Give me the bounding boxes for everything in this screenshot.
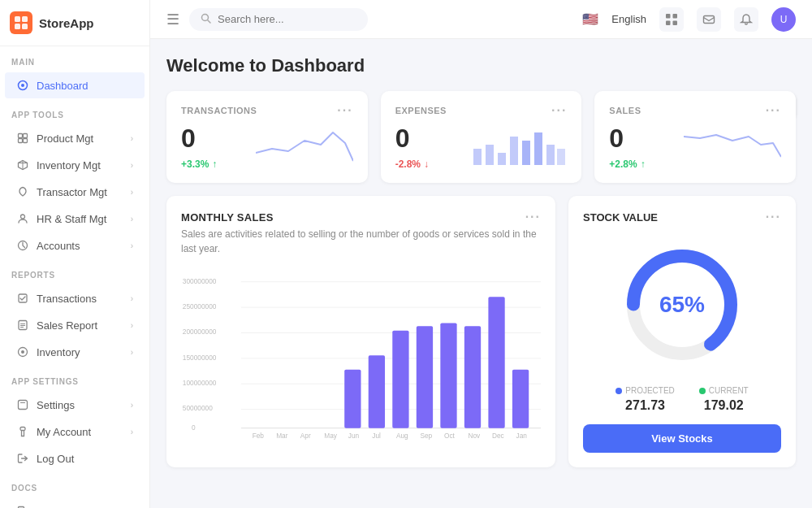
chevron-icon: › xyxy=(131,215,133,224)
projected-number: 271.73 xyxy=(625,398,665,413)
settings-nav-icon xyxy=(16,398,29,411)
topbar-right: 🇺🇸 English U xyxy=(582,7,796,32)
projected-dot xyxy=(615,388,622,394)
svg-point-5 xyxy=(21,84,24,87)
svg-rect-58 xyxy=(464,326,481,428)
product-mgt-icon xyxy=(16,132,29,145)
svg-rect-1 xyxy=(22,16,28,22)
sidebar-item-label-sales-report: Sales Report xyxy=(37,319,97,332)
sidebar-item-transactions[interactable]: Transactions › xyxy=(5,285,145,311)
svg-rect-25 xyxy=(704,15,715,23)
svg-point-10 xyxy=(21,215,25,219)
sidebar-item-product-mgt[interactable]: Product Mgt › xyxy=(5,125,145,151)
transactions-icon xyxy=(16,292,29,305)
stock-value-more[interactable]: ··· xyxy=(766,211,781,224)
chevron-icon: › xyxy=(131,134,133,143)
view-stocks-button[interactable]: View Stocks xyxy=(583,424,781,453)
svg-rect-31 xyxy=(522,141,530,165)
sidebar-item-label-transactions: Transactions xyxy=(37,293,97,305)
svg-rect-30 xyxy=(510,137,518,165)
svg-text:50000000: 50000000 xyxy=(183,404,213,412)
sales-report-icon xyxy=(16,319,29,332)
inventory-mgt-icon xyxy=(16,158,29,172)
sidebar-item-settings[interactable]: Settings › xyxy=(5,392,145,418)
monthly-sales-chart: 300000000 250000000 200000000 150000000 … xyxy=(181,267,541,446)
svg-text:Jan: Jan xyxy=(516,432,528,440)
stock-header: STOCK VALUE ··· xyxy=(583,211,781,224)
bottom-section: MONTHLY SALES ··· Sales are activities r… xyxy=(166,196,796,467)
my-account-icon xyxy=(16,425,29,438)
svg-text:Aug: Aug xyxy=(396,432,408,440)
svg-rect-7 xyxy=(24,134,28,138)
sidebar-item-transactor-mgt[interactable]: Transactor Mgt › xyxy=(5,179,145,205)
svg-text:150000000: 150000000 xyxy=(183,354,217,362)
svg-rect-3 xyxy=(22,24,28,29)
svg-rect-28 xyxy=(486,145,494,165)
expenses-card-more[interactable]: ··· xyxy=(551,104,567,117)
svg-point-20 xyxy=(202,14,209,20)
donut-percent: 65% xyxy=(659,292,705,318)
sidebar-item-sales-report[interactable]: Sales Report › xyxy=(5,312,145,338)
topbar: ☰ 🇺🇸 English U xyxy=(150,0,812,39)
transactions-card: TRANSACTIONS ··· 0 +3.3% ↑ xyxy=(166,91,368,183)
monthly-sales-more[interactable]: ··· xyxy=(525,211,541,224)
transactions-card-title: TRANSACTIONS xyxy=(181,106,257,115)
sidebar-item-label-hr-staff-mgt: HR & Staff Mgt xyxy=(37,213,106,225)
trend-down-arrow: ↓ xyxy=(424,158,429,170)
sidebar-item-inventory-mgt[interactable]: Inventory Mgt › xyxy=(5,152,145,178)
svg-point-15 xyxy=(21,350,24,354)
sidebar-item-my-account[interactable]: My Account › xyxy=(5,419,145,445)
search-input[interactable] xyxy=(218,13,339,25)
monthly-sales-card: MONTHLY SALES ··· Sales are activities r… xyxy=(166,196,555,467)
sidebar-item-label-settings: Settings xyxy=(37,399,75,411)
sidebar-item-log-out[interactable]: Log Out xyxy=(5,445,145,471)
transactions-card-more[interactable]: ··· xyxy=(337,104,352,117)
sales-card: SALES ··· 0 +2.8% ↑ xyxy=(594,91,796,183)
svg-text:May: May xyxy=(324,432,338,440)
notification-icon-btn[interactable] xyxy=(734,7,758,32)
avatar[interactable]: U xyxy=(771,7,796,32)
transactions-trend-value: +3.3% xyxy=(181,158,209,170)
dashboard-icon xyxy=(16,79,29,92)
main-area: ☰ 🇺🇸 English U Welcome to Dashboard xyxy=(150,0,812,508)
section-label-docs: DOCS xyxy=(0,472,149,497)
svg-rect-6 xyxy=(19,134,23,138)
svg-rect-34 xyxy=(557,149,565,165)
chevron-icon: › xyxy=(131,294,133,303)
sidebar-item-label-dashboard: Dashboard xyxy=(37,80,89,92)
sidebar-item-label-accounts: Accounts xyxy=(37,240,80,252)
section-label-reports: REPORTS xyxy=(0,259,149,284)
transactor-mgt-icon xyxy=(16,185,29,198)
svg-rect-21 xyxy=(666,14,671,19)
sidebar-item-dashboard[interactable]: Dashboard xyxy=(5,72,145,98)
sidebar-item-accounts[interactable]: Accounts › xyxy=(5,232,145,258)
sales-card-more[interactable]: ··· xyxy=(766,104,781,117)
svg-rect-55 xyxy=(392,331,408,428)
sidebar-item-label-my-account: My Account xyxy=(37,426,91,438)
sales-sparkline xyxy=(684,120,781,170)
sidebar-item-inventory[interactable]: Inventory › xyxy=(5,339,145,365)
current-label: CURRENT xyxy=(709,386,749,395)
projected-label: PROJECTED xyxy=(625,386,675,395)
section-label-app-tools: APP TOOLS xyxy=(0,99,149,124)
sidebar-item-documentation[interactable]: Documentation xyxy=(5,498,145,508)
current-dot xyxy=(699,388,706,394)
hamburger-menu[interactable]: ☰ xyxy=(166,11,179,28)
section-label-app-settings: APP SETTINGS xyxy=(0,366,149,391)
svg-rect-54 xyxy=(369,355,385,428)
svg-text:Mar: Mar xyxy=(276,432,288,440)
logo-icon xyxy=(10,11,32,34)
expenses-card: EXPENSES ··· 0 -2.8% ↓ xyxy=(381,91,582,183)
svg-rect-53 xyxy=(344,370,361,428)
expenses-card-title: EXPENSES xyxy=(395,106,447,115)
sidebar-item-label-documentation: Documentation xyxy=(37,506,107,509)
monthly-sales-title: MONTHLY SALES xyxy=(181,211,274,224)
apps-icon-btn[interactable] xyxy=(659,7,684,32)
top-cards: TRANSACTIONS ··· 0 +3.3% ↑ EXPENSES xyxy=(166,91,796,183)
trend-up-arrow: ↑ xyxy=(212,158,217,170)
svg-text:Jul: Jul xyxy=(372,432,381,440)
mail-icon-btn[interactable] xyxy=(697,7,721,32)
trend-up-arrow: ↑ xyxy=(641,158,646,170)
search-box xyxy=(189,8,368,31)
sidebar-item-hr-staff-mgt[interactable]: HR & Staff Mgt › xyxy=(5,206,145,232)
